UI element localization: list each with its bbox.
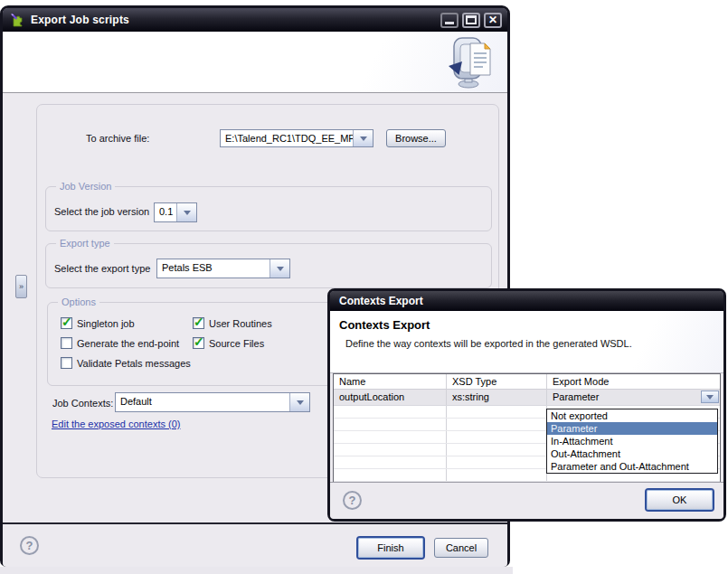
column-header-export-mode[interactable]: Export Mode [547, 374, 720, 389]
job-version-value[interactable]: 0.1 [155, 203, 176, 221]
export-type-value[interactable]: Petals ESB [157, 259, 269, 278]
validate-petals-checkbox[interactable] [61, 357, 72, 369]
contexts-header-description: Define the way contexts will be exported… [345, 338, 713, 349]
job-version-group: Job Version Select the job version 0.1 [45, 186, 492, 231]
singleton-job-label: Singleton job [77, 318, 135, 329]
export-mode-dropdown-icon[interactable] [701, 391, 719, 403]
minimize-button[interactable] [440, 13, 459, 28]
job-version-label: Select the job version [54, 206, 149, 217]
export-mode-dropdown-list: Not exported Parameter In-Attachment Out… [546, 409, 718, 474]
contexts-button-bar: ? OK [330, 482, 723, 519]
contexts-header-title: Contexts Export [339, 318, 713, 332]
dialog-button-bar: ? Finish Cancel [3, 522, 507, 567]
archive-file-combo[interactable]: E:\Talend_RC1\TDQ_EE_MPX-All-r38438-V4.0… [220, 129, 373, 147]
wizard-banner [3, 32, 507, 93]
contexts-export-dialog: Contexts Export Contexts Export Define t… [327, 288, 726, 522]
column-header-name[interactable]: Name [334, 374, 447, 389]
app-puzzle-icon [10, 13, 24, 27]
restore-view-handle[interactable]: » [15, 275, 27, 298]
job-version-group-title: Job Version [56, 181, 115, 193]
archive-file-label: To archive file: [86, 133, 149, 144]
cell-export-mode[interactable]: Parameter [547, 390, 720, 405]
job-contexts-combo[interactable]: Default [115, 392, 310, 412]
checkbox-row: User Routines [193, 317, 272, 329]
dropdown-option-not-exported[interactable]: Not exported [547, 409, 717, 422]
job-contexts-value[interactable]: Default [116, 393, 289, 411]
options-group-title: Options [58, 296, 99, 308]
user-routines-checkbox[interactable] [193, 317, 204, 329]
dropdown-option-out-attachment[interactable]: Out-Attachment [547, 447, 717, 460]
desktop-strip [0, 567, 513, 574]
dropdown-option-parameter[interactable]: Parameter [547, 422, 717, 435]
maximize-button[interactable] [462, 13, 480, 28]
export-type-combo[interactable]: Petals ESB [156, 259, 290, 278]
contexts-titlebar[interactable]: Contexts Export [330, 291, 723, 311]
checkbox-row: Singleton job [61, 317, 135, 329]
source-files-checkbox[interactable] [193, 337, 204, 349]
job-version-combo[interactable]: 0.1 [154, 202, 197, 222]
dropdown-option-parameter-and-out-attachment[interactable]: Parameter and Out-Attachment [547, 460, 717, 473]
browse-button[interactable]: Browse... [386, 129, 446, 147]
export-type-group: Export type Select the export type Petal… [45, 243, 492, 288]
export-type-group-title: Export type [56, 238, 114, 249]
table-header-row: Name XSD Type Export Mode [334, 374, 720, 390]
help-button[interactable]: ? [20, 536, 39, 555]
edit-exposed-contexts-link[interactable]: Edit the exposed contexts (0) [52, 419, 180, 429]
checkbox-row: Validate Petals messages [61, 357, 191, 369]
column-header-xsd-type[interactable]: XSD Type [447, 374, 547, 389]
table-row[interactable]: outputLocation xs:string Parameter [334, 390, 720, 406]
checkbox-row: Source Files [193, 337, 264, 349]
cancel-button[interactable]: Cancel [434, 538, 488, 558]
contexts-dialog-title: Contexts Export [339, 295, 423, 307]
dropdown-option-in-attachment[interactable]: In-Attachment [547, 435, 717, 447]
export-type-dropdown-icon[interactable] [269, 259, 289, 278]
dialog-title: Export Job scripts [31, 14, 129, 26]
export-job-icon [448, 36, 496, 90]
finish-button[interactable]: Finish [358, 538, 423, 558]
job-contexts-label: Job Contexts: [52, 398, 113, 409]
archive-file-dropdown-icon[interactable] [353, 130, 373, 146]
contexts-help-button[interactable]: ? [343, 491, 362, 510]
user-routines-label: User Routines [209, 318, 272, 329]
job-version-dropdown-icon[interactable] [176, 203, 196, 221]
close-button[interactable] [484, 13, 502, 28]
cell-name[interactable]: outputLocation [334, 390, 447, 405]
generate-endpoint-checkbox[interactable] [61, 337, 72, 349]
contexts-banner: Contexts Export Define the way contexts … [330, 311, 723, 373]
generate-endpoint-label: Generate the end-point [77, 338, 179, 349]
cell-xsd-type[interactable]: xs:string [447, 390, 547, 405]
titlebar[interactable]: Export Job scripts [3, 8, 507, 32]
singleton-job-checkbox[interactable] [61, 317, 72, 329]
archive-file-value[interactable]: E:\Talend_RC1\TDQ_EE_MPX-All-r38438-V4.0… [221, 130, 353, 146]
job-contexts-dropdown-icon[interactable] [289, 393, 309, 411]
checkbox-row: Generate the end-point [61, 337, 179, 349]
export-type-label: Select the export type [54, 263, 150, 274]
export-mode-value: Parameter [553, 391, 599, 402]
ok-button[interactable]: OK [647, 490, 713, 510]
source-files-label: Source Files [209, 338, 264, 349]
validate-petals-label: Validate Petals messages [77, 358, 191, 369]
